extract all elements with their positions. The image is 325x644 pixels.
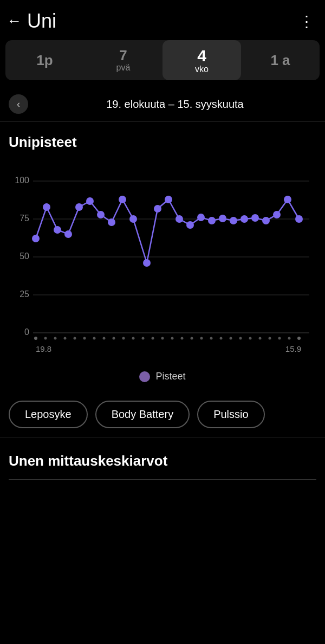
svg-text:0: 0 [24,327,29,337]
svg-point-16 [74,337,76,340]
svg-text:100: 100 [15,176,29,185]
svg-point-30 [210,337,213,340]
unipisteet-chart: 100 75 50 25 0 19.8 15.9 [9,159,316,365]
svg-point-43 [64,230,72,238]
date-range-text: 19. elokuuta – 15. syyskuuta [34,98,316,111]
svg-point-46 [97,211,105,218]
svg-point-33 [239,337,242,340]
period-label-4vko: vko [195,65,209,74]
svg-point-40 [32,235,40,242]
svg-point-61 [262,217,270,224]
svg-point-48 [119,196,126,203]
pill-button-0[interactable]: Leposyke [9,401,88,428]
svg-point-36 [269,337,271,340]
svg-text:25: 25 [20,289,29,299]
svg-point-44 [75,203,83,211]
svg-text:50: 50 [20,252,29,261]
svg-point-59 [240,215,248,223]
chart-legend: Pisteet [9,368,316,392]
period-num-1p: 1p [36,53,53,68]
svg-point-42 [54,226,61,234]
bottom-section: Unen mittauskeskiarvot [0,437,325,488]
svg-point-54 [186,221,194,229]
period-selector: 1p7pvä4vko1 a [5,40,320,80]
header-left: ← Uni [6,10,56,33]
chart-section-title: Unipisteet [9,134,316,151]
period-num-7pvä: 7 [119,48,127,63]
svg-point-62 [273,211,281,218]
svg-point-29 [200,337,203,340]
svg-point-34 [249,337,252,340]
svg-point-23 [142,337,145,340]
svg-point-12 [34,337,37,340]
date-range-row: ‹ 19. elokuuta – 15. syyskuuta [0,89,325,122]
svg-point-63 [284,196,291,203]
period-item-4vko[interactable]: 4vko [162,40,241,80]
svg-point-32 [230,337,232,340]
svg-point-14 [54,337,57,340]
more-options-icon[interactable]: ⋮ [299,12,314,30]
svg-point-15 [64,337,67,340]
svg-point-52 [165,196,172,203]
pill-button-1[interactable]: Body Battery [95,401,190,428]
svg-point-18 [93,337,96,340]
svg-point-49 [129,215,137,223]
svg-point-45 [86,197,94,205]
svg-point-47 [108,218,115,226]
svg-point-64 [295,215,303,223]
period-item-7pvä[interactable]: 7pvä [84,40,162,80]
page-title: Uni [27,10,56,33]
legend-dot-pisteet [139,371,150,382]
svg-point-24 [152,337,154,340]
svg-point-19 [103,337,106,340]
svg-point-21 [122,337,125,340]
svg-point-25 [161,337,164,340]
svg-point-56 [208,217,216,224]
period-num-1a: 1 a [270,53,290,68]
svg-point-51 [154,205,161,212]
svg-point-28 [191,337,193,340]
chart-section: Unipisteet 100 75 50 25 0 19.8 15.9 [0,122,325,397]
svg-text:15.9: 15.9 [285,344,301,353]
app-header: ← Uni ⋮ [0,0,325,40]
legend-label-pisteet: Pisteet [155,371,185,382]
svg-point-55 [197,214,205,221]
bottom-section-title: Unen mittauskeskiarvot [9,453,316,469]
svg-point-53 [176,215,183,223]
svg-point-17 [83,337,86,340]
period-item-1p[interactable]: 1p [5,40,84,80]
pill-buttons-row: LeposykeBody BatteryPulssio [0,397,325,437]
svg-point-41 [43,203,50,211]
svg-point-50 [143,259,151,267]
chart-container: 100 75 50 25 0 19.8 15.9 [9,159,316,365]
svg-point-39 [297,337,301,340]
svg-point-26 [171,337,174,340]
svg-text:19.8: 19.8 [36,344,51,353]
svg-point-37 [278,337,281,340]
svg-point-31 [220,337,223,340]
date-nav-prev-button[interactable]: ‹ [9,94,28,114]
svg-point-58 [230,217,237,224]
bottom-divider [9,479,316,480]
back-button[interactable]: ← [6,14,22,29]
svg-point-57 [219,215,226,222]
svg-text:75: 75 [20,214,29,223]
svg-point-60 [251,214,259,222]
period-item-1a[interactable]: 1 a [241,40,320,80]
svg-point-20 [113,337,115,340]
pill-button-2[interactable]: Pulssio [197,401,264,428]
svg-point-35 [259,337,262,340]
svg-point-27 [181,337,184,340]
svg-point-38 [288,337,291,340]
period-label-7pvä: pvä [116,63,131,73]
svg-point-13 [44,337,47,340]
svg-point-22 [132,337,135,340]
period-num-4vko: 4 [197,47,206,65]
